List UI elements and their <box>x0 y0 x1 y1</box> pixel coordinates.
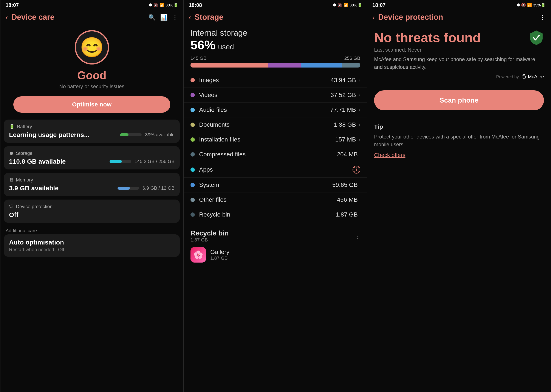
seg-videos <box>268 63 301 68</box>
seg-images <box>191 63 268 68</box>
screen2-content: Internal storage 56% used 145 GB 256 GB <box>184 25 367 392</box>
chevron-docs: › <box>358 122 360 128</box>
screen3-content: No threats found Last scanned: Never McA… <box>367 25 551 392</box>
search-icon-1[interactable]: 🔍 <box>148 14 156 21</box>
scan-phone-button[interactable]: Scan phone <box>374 90 544 110</box>
storage-fill <box>110 160 122 163</box>
storage-item-apps[interactable]: Apps ⓘ <box>184 162 367 178</box>
recycle-sub: 1.87 GB <box>191 237 229 243</box>
storage-bar <box>110 160 131 163</box>
memory-card: 🖥 Memory 3.9 GB available 6.9 GB / 12 GB <box>4 173 180 196</box>
storage-label: Storage <box>16 151 33 156</box>
memory-fill <box>117 187 130 190</box>
storage-item-videos[interactable]: Videos 37.52 GB › <box>184 88 367 103</box>
battery-label: Battery <box>17 124 32 129</box>
auto-optimisation-title: Auto optimisation <box>9 239 175 246</box>
battery-header: 🔋 Battery <box>9 124 175 129</box>
tip-label: Tip <box>374 123 544 130</box>
recycle-header: Recycle bin 1.87 GB ⋮ <box>191 229 360 243</box>
stats-icon[interactable]: 📊 <box>160 14 168 21</box>
memory-header: 🖥 Memory <box>9 177 175 183</box>
no-threats-section: No threats found Last scanned: Never McA… <box>374 25 544 90</box>
storage-item-audio[interactable]: Audio files 77.71 MB › <box>184 103 367 117</box>
battery-fill <box>120 133 129 136</box>
nav-bar-2: ‹ Storage <box>184 9 367 25</box>
status-icons-2: ✱ 🔇 📶 39%🔋 <box>333 3 362 7</box>
page-title-3: Device protection <box>378 13 540 22</box>
gallery-info: Gallery 1.87 GB <box>210 249 229 261</box>
gallery-icon: 🌸 <box>191 247 206 263</box>
storage-item-images[interactable]: Images 43.94 GB › <box>184 73 367 88</box>
info-icon-apps[interactable]: ⓘ <box>352 166 360 174</box>
dot-install <box>191 137 195 142</box>
recycle-section: Recycle bin 1.87 GB ⋮ 🌸 Gallery 1.87 GB <box>184 229 367 266</box>
back-button-2[interactable]: ‹ <box>189 13 191 21</box>
battery-right: 39% available <box>120 132 175 138</box>
gallery-name: Gallery <box>210 249 229 255</box>
back-button-1[interactable]: ‹ <box>6 13 8 21</box>
seg-other <box>342 63 360 68</box>
smiley-section: 😊 Good No battery or security issues <box>0 25 183 96</box>
storage-min: 145 GB <box>191 56 207 61</box>
status-good: Good <box>77 69 107 82</box>
more-icon-1[interactable]: ⋮ <box>172 14 178 21</box>
powered-by: Powered by ⓜ McAfee <box>374 74 544 80</box>
bt-icon-2: ✱ <box>333 3 336 7</box>
more-icon-3[interactable]: ⋮ <box>540 14 546 21</box>
smiley-circle: 😊 <box>75 30 109 64</box>
storage-title: 110.8 GB available <box>9 158 110 165</box>
storage-item-system: System 59.65 GB <box>184 178 367 192</box>
memory-row: 3.9 GB available 6.9 GB / 12 GB <box>9 184 175 192</box>
memory-label: Memory <box>16 177 33 183</box>
storage-used-label: used <box>218 42 234 51</box>
storage-percent-row: 56% used <box>191 38 360 52</box>
storage-labels: 145 GB 256 GB <box>191 56 360 61</box>
memory-right: 6.9 GB / 12 GB <box>117 185 175 191</box>
recycle-more-icon[interactable]: ⋮ <box>354 232 360 239</box>
optimise-button[interactable]: Optimise now <box>13 96 170 113</box>
auto-optimisation-sub: Restart when needed : Off <box>9 247 175 252</box>
time-3: 18:07 <box>372 2 386 8</box>
storage-item-other: Other files 456 MB <box>184 192 367 207</box>
screen-device-protection: 18:07 ✱ 🔇 📶 39%🔋 ‹ Device protection ⋮ N… <box>367 0 551 392</box>
storage-item-compressed[interactable]: Compressed files 204 MB <box>184 147 367 162</box>
storage-header: ⏺ Storage <box>9 151 175 156</box>
screen-storage: 18:08 ✱ 🔇 📶 39%🔋 ‹ Storage Internal stor… <box>184 0 367 392</box>
storage-item-recycle: Recycle bin 1.87 GB <box>184 207 367 222</box>
last-scanned: Last scanned: Never <box>374 47 544 53</box>
chevron-audio: › <box>358 107 360 113</box>
page-title-1: Device care <box>11 13 148 22</box>
battery-icon-3: 39%🔋 <box>533 3 546 7</box>
additional-care-card[interactable]: Auto optimisation Restart when needed : … <box>4 234 180 257</box>
internal-storage-header: Internal storage 56% used <box>184 25 367 54</box>
check-offers-link[interactable]: Check offers <box>374 152 405 158</box>
chevron-videos: › <box>358 92 360 98</box>
dot-audio <box>191 108 195 112</box>
storage-items-list: Images 43.94 GB › Videos 37.52 GB › Audi… <box>184 73 367 222</box>
mute-icon-3: 🔇 <box>521 3 526 7</box>
time-2: 18:08 <box>189 2 202 8</box>
battery-value: 39% available <box>145 132 175 138</box>
dot-apps <box>191 168 195 172</box>
nav-icons-1: 🔍 📊 ⋮ <box>148 14 178 21</box>
storage-max: 256 GB <box>344 56 360 61</box>
back-button-3[interactable]: ‹ <box>372 13 375 21</box>
storage-row: 110.8 GB available 145.2 GB / 256 GB <box>9 158 175 165</box>
seg-system <box>301 63 342 68</box>
no-threats-title: No threats found <box>374 30 529 45</box>
additional-care-label: Additional care <box>0 226 183 234</box>
signal-icon-3: 📶 <box>527 3 532 7</box>
storage-bar-section: 145 GB 256 GB <box>184 54 367 71</box>
storage-value: 145.2 GB / 256 GB <box>135 159 175 164</box>
nav-icons-3: ⋮ <box>540 14 546 21</box>
device-protection-card[interactable]: 🛡 Device protection Off <box>4 200 180 223</box>
gallery-item[interactable]: 🌸 Gallery 1.87 GB <box>191 244 360 266</box>
gallery-size: 1.87 GB <box>210 255 229 261</box>
shield-check-icon <box>529 30 544 45</box>
device-protection-row: Off <box>9 211 175 218</box>
storage-item-docs[interactable]: Documents 1.38 GB › <box>184 117 367 132</box>
recycle-header-text: Recycle bin 1.87 GB <box>191 229 229 243</box>
storage-item-install[interactable]: Installation files 157 MB › <box>184 132 367 147</box>
signal-icon-2: 📶 <box>343 3 348 7</box>
mute-icon: 🔇 <box>153 3 158 7</box>
